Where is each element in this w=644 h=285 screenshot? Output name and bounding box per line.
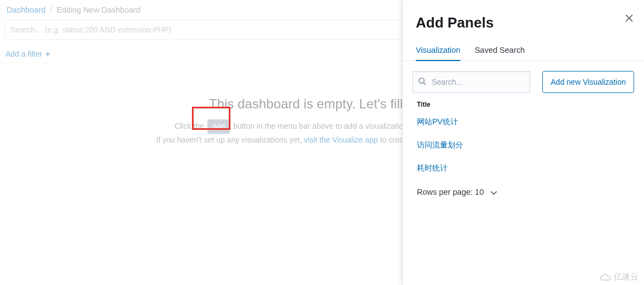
list-item[interactable]: 网站PV统计 bbox=[412, 111, 634, 134]
empty-add-badge: Add bbox=[207, 119, 230, 134]
flyout-title: Add Panels bbox=[416, 14, 631, 31]
search-icon bbox=[418, 77, 426, 87]
list-item[interactable]: 耗时统计 bbox=[412, 157, 634, 180]
watermark: 亿速云 bbox=[599, 272, 639, 282]
list-item[interactable]: 访问流量划分 bbox=[412, 134, 634, 157]
svg-line-3 bbox=[423, 83, 426, 85]
close-icon bbox=[625, 14, 633, 22]
breadcrumb-current: Editing New Dashboard bbox=[57, 6, 140, 14]
panel-search-wrap bbox=[412, 71, 530, 93]
add-panels-flyout: Add Panels Visualization Saved Search Ad… bbox=[402, 0, 644, 285]
breadcrumb-root-link[interactable]: Dashboard bbox=[7, 6, 46, 14]
table-header-title: Title bbox=[412, 97, 634, 111]
empty-line1-a: Click the bbox=[174, 122, 206, 130]
add-new-visualization-button[interactable]: Add new Visualization bbox=[542, 71, 634, 93]
rows-per-page-selector[interactable]: Rows per page: 10 bbox=[412, 180, 634, 205]
empty-line2-a: If you haven't set up any visualizations… bbox=[156, 135, 304, 144]
svg-point-2 bbox=[419, 78, 424, 83]
plus-icon: + bbox=[46, 50, 50, 58]
add-filter-label: Add a filter bbox=[5, 50, 42, 58]
visualization-list: 网站PV统计 访问流量划分 耗时统计 bbox=[412, 111, 634, 180]
tab-visualization[interactable]: Visualization bbox=[416, 46, 460, 61]
chevron-down-icon bbox=[491, 188, 497, 197]
flyout-body: Add new Visualization Title 网站PV统计 访问流量划… bbox=[403, 61, 644, 205]
cloud-icon bbox=[599, 273, 612, 281]
breadcrumb-separator: / bbox=[50, 6, 52, 14]
watermark-text: 亿速云 bbox=[614, 272, 639, 282]
flyout-header: Add Panels bbox=[403, 0, 644, 46]
tab-saved-search[interactable]: Saved Search bbox=[475, 46, 525, 61]
close-flyout-button[interactable] bbox=[625, 14, 634, 23]
flyout-tabs: Visualization Saved Search bbox=[403, 46, 644, 61]
rows-per-page-label: Rows per page: 10 bbox=[417, 188, 484, 196]
visit-visualize-link[interactable]: visit the Visualize app bbox=[304, 135, 378, 144]
panel-search-input[interactable] bbox=[412, 71, 530, 93]
flyout-toolbar: Add new Visualization bbox=[412, 71, 634, 93]
add-filter-button[interactable]: Add a filter + bbox=[5, 50, 50, 58]
